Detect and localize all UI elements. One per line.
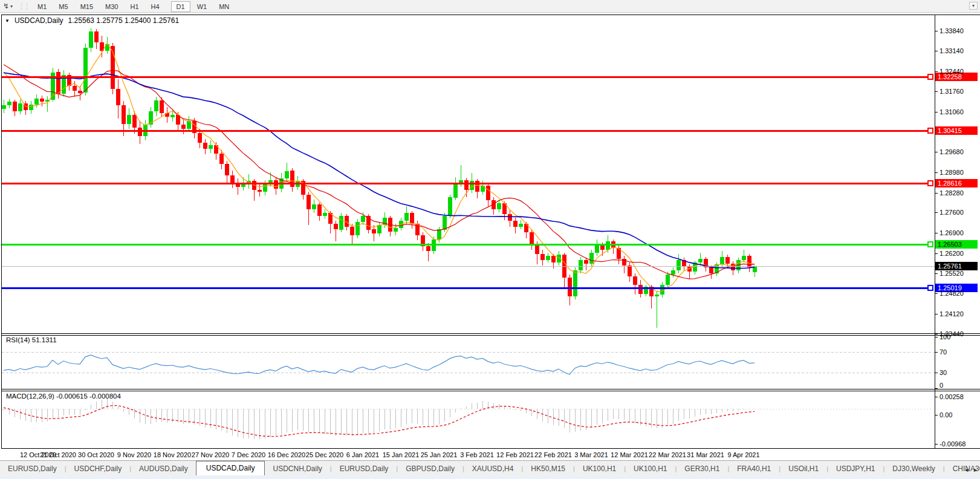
chart-title: ▼ USDCAD,Daily 1.25563 1.25775 1.25400 1… [5,16,179,25]
tab-usdcad-daily[interactable]: USDCAD,Daily [196,461,265,475]
candle-body [497,203,501,209]
tab-uk100-h1[interactable]: UK100,H1 [626,463,675,475]
toolbar-grip-handle[interactable]: ⋮⋮ [16,2,31,10]
tab-audusd-daily[interactable]: AUDUSD,Daily [131,463,196,475]
status-strip [0,475,980,479]
candle-body [160,100,164,113]
candle-body [2,105,6,109]
tab-xauusd-h4[interactable]: XAUUSD,H4 [464,463,522,475]
candle-body [73,86,77,91]
candle-body [535,244,539,254]
candle-body [655,295,659,296]
tab-dj30-weekly[interactable]: DJ30,Weekly [884,463,943,475]
candle-body [709,267,713,273]
chart-symbol-label: USDCAD,Daily [15,16,63,25]
candle-body [584,260,588,264]
tab-usdcnh-daily[interactable]: USDCNH,Daily [265,463,329,475]
candle-body [443,216,447,229]
timeframe-buttons: M1M5M15M30H1H4D1W1MN [31,1,240,12]
chevron-down-icon: ▾ [10,4,13,9]
candle-body [453,184,458,197]
tabs-scroll-left-button[interactable]: ◄ [964,467,969,473]
candle-body [350,227,354,236]
candle-body [89,31,93,48]
candle-body [394,228,398,232]
candle-body [671,270,675,275]
tabs-scroll-right-button[interactable]: ► [973,467,978,473]
candle-body [94,31,99,42]
tab-ger30-h1[interactable]: GER30,H1 [677,463,727,475]
timeframe-button-m15[interactable]: M15 [75,1,99,12]
candle-body [181,125,186,129]
candle-body [579,260,583,270]
tab-eurusd-daily[interactable]: EURUSD,Daily [0,463,65,475]
tab-eurusd-daily[interactable]: EURUSD,Daily [332,463,397,475]
collapse-triangle-icon[interactable]: ▼ [5,18,10,24]
tab-usdjpy-h1[interactable]: USDJPY,H1 [828,463,883,475]
timeframe-button-m30[interactable]: M30 [100,1,123,12]
timeframe-button-mn[interactable]: MN [213,1,235,12]
candle-body [508,214,512,221]
timeframe-button-m1[interactable]: M1 [32,1,52,12]
candle-body [628,266,632,276]
candle-body [285,171,289,178]
candle-body [7,102,11,105]
tab-usdchf-daily[interactable]: USDCHF,Daily [67,463,130,475]
timeframe-button-d1[interactable]: D1 [171,1,190,12]
candle-body [606,241,610,250]
chart-ohlc-quotes: 1.25563 1.25775 1.25400 1.25761 [68,16,180,25]
candle-body [258,190,262,192]
candle-body [448,197,452,216]
cursor-tool-button[interactable]: ↯ ▾ [0,1,16,11]
level-line-marker [928,128,933,133]
candle-body [595,244,599,253]
candle-body [165,113,169,117]
candle-body [622,259,626,266]
tab-gbpusd-daily[interactable]: GBPUSD,Daily [398,463,462,475]
candle-body [317,204,322,216]
candle-body [677,260,681,270]
candle-body [83,48,88,93]
time-axis[interactable] [0,449,980,460]
candle-body [486,186,490,200]
toolbar-overflow-button[interactable]: ▾ [969,2,978,10]
candle-body [56,72,60,94]
candle-body [573,270,577,296]
tab-hk50-m15[interactable]: HK50,M15 [523,463,573,475]
candle-body [546,256,550,260]
candle-body [138,128,142,137]
candle-body [437,229,441,239]
timeframe-button-w1[interactable]: W1 [192,1,213,12]
timeframe-button-h4[interactable]: H4 [146,1,165,12]
price-axis[interactable] [935,15,980,448]
level-line-marker [928,285,933,290]
candle-body [203,143,207,149]
level-line-marker [928,181,933,186]
candle-body [513,221,518,227]
timeframe-button-h1[interactable]: H1 [125,1,144,12]
candle-body [34,99,39,105]
candle-body [633,276,637,285]
candle-body [742,256,746,260]
candle-body [263,184,267,192]
chart-tab-bar: EURUSD,Daily|USDCHF,Daily|AUDUSD,DailyUS… [0,460,980,475]
candle-body [40,99,44,102]
macd-indicator-label: MACD(12,26,9) -0.000615 -0.000804 [6,393,121,400]
tab-fra40-h1[interactable]: FRA40,H1 [729,463,779,475]
candle-body [698,259,703,263]
candle-body [13,102,17,111]
timeframe-button-m5[interactable]: M5 [53,1,73,12]
candle-body [154,100,158,111]
candle-body [307,195,311,209]
candle-body [519,224,523,227]
tab-uk100-h1[interactable]: UK100,H1 [575,463,624,475]
candle-body [339,216,343,229]
level-line-marker [928,74,933,79]
candle-body [122,105,126,123]
candle-body [132,115,137,128]
candle-body [747,256,751,267]
candle-body [230,175,235,183]
chart-canvas[interactable]: 1.322581.304151.286161.265031.250191.257… [0,0,980,479]
tab-usoil-h1[interactable]: USOil,H1 [780,463,826,475]
level-line-marker [928,242,933,247]
